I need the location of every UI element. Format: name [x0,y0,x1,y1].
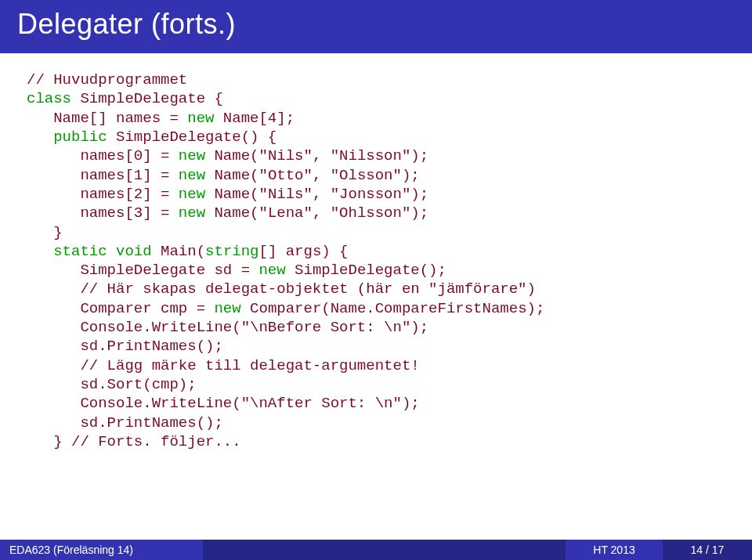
keyword-new: new [187,110,214,127]
code-line: // Huvudprogrammet [27,71,187,89]
keyword-public: public [53,128,107,146]
code-text: names[0] = [27,147,179,164]
code-text: SimpleDelegate { [71,90,223,107]
code-text: SimpleDelegate sd = [27,262,258,279]
keyword-static: static [53,243,107,260]
code-text: SimpleDelegate(); [286,262,446,279]
footer-course: EDA623 (Föreläsning 14) [0,540,203,560]
code-line: sd.PrintNames(); [27,338,223,355]
keyword-new: new [179,186,205,203]
code-text: Name[4]; [214,110,295,127]
code-line: // Här skapas delegat-objektet (här en "… [27,280,536,298]
code-text: Comparer(Name.CompareFirstNames); [241,300,545,317]
footer-page: 14 / 17 [663,540,752,560]
code-text: Comparer cmp = [27,300,214,317]
keyword-new: new [179,204,205,222]
code-text: Name("Otto", "Olsson"); [205,167,420,184]
keyword-new: new [179,167,205,184]
keyword-new: new [179,147,205,164]
code-text: names[3] = [27,204,179,222]
code-text: names[1] = [27,167,179,184]
footer-term: HT 2013 [566,540,663,560]
code-line: Console.WriteLine("\nBefore Sort: \n"); [27,319,428,336]
code-text: Main( [152,243,205,260]
code-text: Name("Nils", "Jonsson"); [205,186,428,203]
keyword-class: class [27,90,71,107]
code-line: sd.Sort(cmp); [27,376,197,393]
slide-title: Delegater (forts.) [0,0,752,53]
keyword-new: new [258,262,285,279]
footer-spacer [203,540,566,560]
code-text: Name("Lena", "Ohlsson"); [205,204,428,222]
code-line: // Lägg märke till delegat-argumentet! [27,357,420,374]
keyword-void: void [116,243,152,260]
keyword-string: string [205,243,258,260]
slide-body: // Huvudprogrammet class SimpleDelegate … [0,53,752,540]
code-block: // Huvudprogrammet class SimpleDelegate … [27,70,725,451]
code-text: [] args) { [259,243,349,260]
slide: Delegater (forts.) // Huvudprogrammet cl… [0,0,752,560]
code-line: Console.WriteLine("\nAfter Sort: \n"); [27,395,420,412]
code-text: names[2] = [27,186,179,203]
code-text [27,243,53,260]
code-text [27,128,53,146]
code-text: Name("Nils", "Nilsson"); [205,147,428,164]
code-line: sd.PrintNames(); [27,414,223,432]
keyword-new: new [214,300,240,317]
code-text: } [27,224,63,241]
code-line: } // Forts. följer... [27,433,241,450]
code-text: Name[] names = [27,110,187,127]
footer: EDA623 (Föreläsning 14) HT 2013 14 / 17 [0,540,752,560]
code-text: SimpleDelegate() { [107,128,277,146]
